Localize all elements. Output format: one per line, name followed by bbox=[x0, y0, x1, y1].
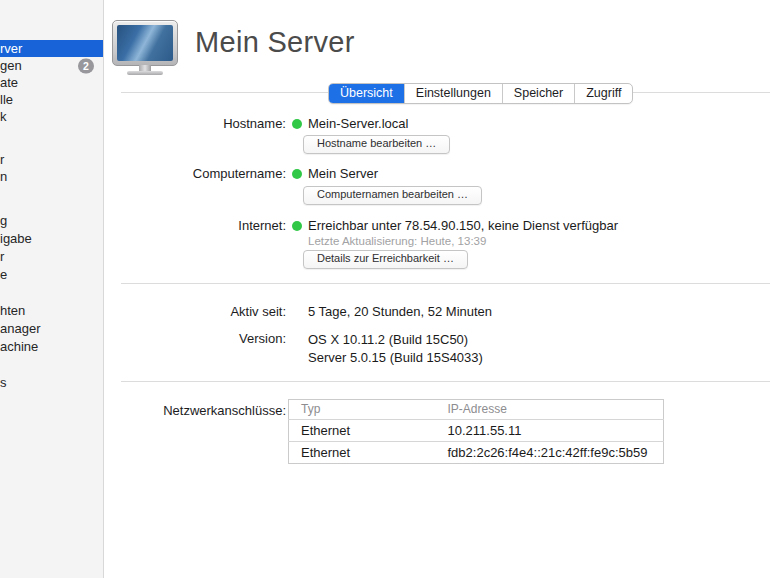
sidebar-item-time-machine[interactable]: achine bbox=[0, 338, 103, 356]
sidebar: rvergen2atellekrngigaberehtenanagerachin… bbox=[0, 0, 104, 578]
sidebar-item-caching[interactable]: g bbox=[0, 212, 103, 230]
version-server-line: Server 5.0.15 (Build 15S4033) bbox=[308, 349, 483, 367]
sidebar-item-label: hten bbox=[0, 302, 103, 320]
tab-bar: ÜbersichtEinstellungenSpeicherZugriff bbox=[328, 83, 633, 104]
reachability-details-button[interactable]: Details zur Erreichbarkeit … bbox=[303, 250, 468, 269]
internet-value: Erreichbar unter 78.54.90.150, keine Die… bbox=[308, 218, 618, 233]
sidebar-item-warnungen[interactable]: gen2 bbox=[0, 57, 103, 74]
network-interfaces-table: TypIP-Adresse Ethernet10.211.55.11Ethern… bbox=[288, 399, 664, 464]
table-header-row: TypIP-Adresse bbox=[289, 400, 664, 420]
sidebar-item-label: rver bbox=[0, 40, 103, 57]
sidebar-item-label: r bbox=[0, 151, 103, 168]
tab-einstellungen[interactable]: Einstellungen bbox=[404, 84, 502, 103]
hostname-status-dot bbox=[292, 119, 302, 129]
sidebar-item-kalender[interactable]: r bbox=[0, 248, 103, 266]
sidebar-item-label: achine bbox=[0, 338, 103, 356]
column-header: Typ bbox=[289, 400, 436, 420]
sidebar-item-label: s bbox=[0, 374, 103, 392]
table-cell: fdb2:2c26:f4e4::21c:42ff:fe9c:5b59 bbox=[436, 442, 664, 464]
table-cell: 10.211.55.11 bbox=[436, 420, 664, 442]
hostname-value: Mein-Server.local bbox=[308, 116, 408, 131]
network-interfaces-label: Netzwerkanschlüsse: bbox=[104, 403, 286, 418]
sidebar-item-label: anager bbox=[0, 320, 103, 338]
tab-uebersicht[interactable]: Übersicht bbox=[329, 84, 404, 103]
sidebar-item-label: ate bbox=[0, 74, 103, 91]
computername-label: Computername: bbox=[104, 166, 286, 181]
sidebar-item-label: e bbox=[0, 266, 103, 284]
version-value: OS X 10.11.2 (Build 15C50) Server 5.0.15… bbox=[308, 331, 483, 367]
table-cell: Ethernet bbox=[289, 442, 436, 464]
sidebar-item-benutzer[interactable]: r bbox=[0, 151, 103, 168]
sidebar-item-zertifikate[interactable]: ate bbox=[0, 74, 103, 91]
display-screen bbox=[117, 25, 173, 61]
sidebar-item-gruppen[interactable]: n bbox=[0, 168, 103, 185]
table-row[interactable]: Ethernet10.211.55.11 bbox=[289, 420, 664, 442]
version-label: Version: bbox=[104, 331, 286, 346]
sidebar-item-protokolle[interactable]: lle bbox=[0, 91, 103, 108]
page-title: Mein Server bbox=[195, 26, 355, 59]
server-display-icon bbox=[112, 20, 178, 66]
table-cell: Ethernet bbox=[289, 420, 436, 442]
sidebar-item-statistik[interactable]: k bbox=[0, 108, 103, 125]
sidebar-item-label: n bbox=[0, 168, 103, 185]
tab-zugriff[interactable]: Zugriff bbox=[574, 84, 632, 103]
table-row[interactable]: Ethernetfdb2:2c26:f4e4::21c:42ff:fe9c:5b… bbox=[289, 442, 664, 464]
hostname-label: Hostname: bbox=[104, 116, 286, 131]
internet-status-dot bbox=[292, 221, 302, 231]
computername-value: Mein Server bbox=[308, 166, 378, 181]
sidebar-item-label: k bbox=[0, 108, 103, 125]
table-body: Ethernet10.211.55.11Ethernetfdb2:2c26:f4… bbox=[289, 420, 664, 464]
sidebar-item-profilmanager[interactable]: anager bbox=[0, 320, 103, 338]
server-app-window: rvergen2atellekrngigaberehtenanagerachin… bbox=[0, 0, 770, 578]
internet-last-update: Letzte Aktualisierung: Heute, 13:39 bbox=[308, 235, 486, 247]
sidebar-item-label: igabe bbox=[0, 230, 103, 248]
sidebar-item-kontakte[interactable]: e bbox=[0, 266, 103, 284]
sidebar-item-websites[interactable]: s bbox=[0, 374, 103, 392]
edit-hostname-button[interactable]: Hostname bearbeiten … bbox=[303, 135, 450, 154]
sidebar-item-label: r bbox=[0, 248, 103, 266]
section-divider-lower bbox=[121, 381, 770, 382]
alert-count-badge: 2 bbox=[78, 58, 94, 73]
sidebar-item-dateifreigabe[interactable]: igabe bbox=[0, 230, 103, 248]
computername-status-dot bbox=[292, 169, 302, 179]
sidebar-item-nachrichten[interactable]: hten bbox=[0, 302, 103, 320]
tab-speicher[interactable]: Speicher bbox=[502, 84, 574, 103]
uptime-value: 5 Tage, 20 Stunden, 52 Minuten bbox=[308, 304, 492, 319]
display-stand-base bbox=[127, 71, 163, 75]
edit-computername-button[interactable]: Computernamen bearbeiten … bbox=[303, 186, 482, 205]
section-divider-upper bbox=[121, 283, 770, 284]
sidebar-item-mail[interactable] bbox=[0, 284, 103, 302]
sidebar-item-label: lle bbox=[0, 91, 103, 108]
sidebar-item-mein-server[interactable]: rver bbox=[0, 40, 103, 57]
column-header: IP-Adresse bbox=[436, 400, 664, 420]
uptime-label: Aktiv seit: bbox=[104, 304, 286, 319]
version-os-line: OS X 10.11.2 (Build 15C50) bbox=[308, 331, 483, 349]
internet-label: Internet: bbox=[104, 218, 286, 233]
overview-pane: Mein Server ÜbersichtEinstellungenSpeich… bbox=[104, 0, 770, 578]
sidebar-item-vpn[interactable] bbox=[0, 356, 103, 374]
sidebar-item-label: g bbox=[0, 212, 103, 230]
